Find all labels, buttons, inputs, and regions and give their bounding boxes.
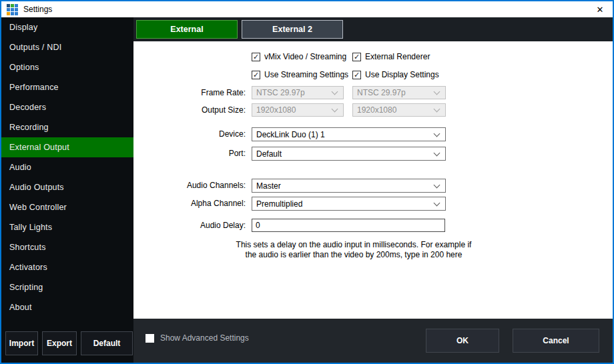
frame-rate-select-1: NTSC 29.97p xyxy=(252,86,344,99)
device-select[interactable]: DeckLink Duo (1) 1 xyxy=(252,127,446,141)
close-icon[interactable]: ✕ xyxy=(591,2,609,17)
device-label: Device: xyxy=(133,129,246,139)
external-output-panel: ✓ vMix Video / Streaming ✓ External Rend… xyxy=(133,41,613,319)
check-icon: ✓ xyxy=(354,71,360,79)
alpha-channel-label: Alpha Channel: xyxy=(133,199,246,208)
check-icon: ✓ xyxy=(253,53,259,61)
chevron-down-icon xyxy=(434,181,440,188)
footer-bar: Show Advanced Settings OK Cancel xyxy=(133,319,613,363)
import-button[interactable]: Import xyxy=(5,331,38,355)
ok-button[interactable]: OK xyxy=(426,329,499,353)
chevron-down-icon xyxy=(332,89,338,95)
chevron-down-icon xyxy=(434,130,440,137)
check-icon: ✓ xyxy=(253,71,259,79)
logo-cell xyxy=(7,12,10,15)
logo-cell xyxy=(11,4,14,7)
tab-external-2[interactable]: External 2 xyxy=(242,20,343,39)
select-value: DeckLink Duo (1) 1 xyxy=(256,130,325,139)
checkbox-icon: ✓ xyxy=(352,71,361,79)
sidebar-item-audio[interactable]: Audio xyxy=(1,157,133,177)
cancel-button[interactable]: Cancel xyxy=(513,329,599,353)
default-button[interactable]: Default xyxy=(81,331,133,355)
sidebar-item-activators[interactable]: Activators xyxy=(1,257,133,277)
output-size-select-1: 1920x1080 xyxy=(252,103,344,117)
audio-delay-label: Audio Delay: xyxy=(133,221,246,230)
sidebar-item-audio-outputs[interactable]: Audio Outputs xyxy=(1,177,133,197)
output-size-label: Output Size: xyxy=(133,105,246,115)
sidebar-buttons: Import Export Default xyxy=(5,331,133,355)
select-value: Default xyxy=(256,149,282,159)
help-line-2: the audio is earlier than the video by 2… xyxy=(234,250,474,260)
checkbox-icon: ✓ xyxy=(252,53,260,61)
chevron-down-icon xyxy=(434,149,440,156)
frame-rate-select-2: NTSC 29.97p xyxy=(352,86,446,99)
logo-cell xyxy=(15,12,18,15)
sidebar-item-scripting[interactable]: Scripting xyxy=(1,277,133,297)
sidebar-item-options[interactable]: Options xyxy=(1,57,133,77)
frame-rate-label: Frame Rate: xyxy=(133,88,246,97)
window-title: Settings xyxy=(23,5,52,14)
checkbox-label: Use Display Settings xyxy=(365,70,439,79)
settings-window: Settings ✕ Display Outputs / NDI Options… xyxy=(0,0,614,364)
sidebar-item-decoders[interactable]: Decoders xyxy=(1,97,133,117)
checkbox-label: Use Streaming Settings xyxy=(264,70,348,79)
sidebar-item-outputs-ndi[interactable]: Outputs / NDI xyxy=(1,37,133,57)
sidebar-item-shortcuts[interactable]: Shortcuts xyxy=(1,237,133,257)
checkbox-label: Show Advanced Settings xyxy=(160,333,249,343)
select-value: NTSC 29.97p xyxy=(256,88,305,97)
logo-cell xyxy=(7,8,10,11)
checkbox-icon xyxy=(145,334,154,343)
logo-cell xyxy=(7,4,10,7)
tab-external[interactable]: External xyxy=(136,20,238,39)
tab-strip: External External 2 xyxy=(133,17,613,41)
external-renderer-checkbox[interactable]: ✓ External Renderer xyxy=(352,52,430,61)
check-icon: ✓ xyxy=(354,53,360,61)
audio-channels-select[interactable]: Master xyxy=(252,179,446,193)
checkbox-label: vMix Video / Streaming xyxy=(264,52,346,61)
port-select[interactable]: Default xyxy=(252,147,446,161)
select-value: Master xyxy=(256,181,281,191)
logo-cell xyxy=(15,8,18,11)
chevron-down-icon xyxy=(434,106,440,113)
export-button[interactable]: Export xyxy=(42,331,77,355)
audio-delay-input[interactable] xyxy=(252,219,445,232)
logo-cell xyxy=(15,4,18,7)
select-value: 1920x1080 xyxy=(357,105,396,115)
chevron-down-icon xyxy=(434,199,440,206)
chevron-down-icon xyxy=(332,106,338,113)
sidebar-item-about[interactable]: About xyxy=(1,297,133,317)
vmix-video-streaming-checkbox[interactable]: ✓ vMix Video / Streaming xyxy=(252,52,346,61)
select-value: 1920x1080 xyxy=(256,105,296,115)
alpha-channel-select[interactable]: Premultiplied xyxy=(252,197,446,211)
checkbox-icon: ✓ xyxy=(352,53,361,61)
sidebar-item-external-output[interactable]: External Output xyxy=(1,137,133,157)
checkbox-label: External Renderer xyxy=(365,52,430,61)
logo-cell xyxy=(11,12,14,15)
vmix-logo-icon xyxy=(7,4,18,15)
select-value: NTSC 29.97p xyxy=(357,88,406,97)
sidebar-item-recording[interactable]: Recording xyxy=(1,117,133,137)
settings-sidebar: Display Outputs / NDI Options Performanc… xyxy=(1,17,133,363)
chevron-down-icon xyxy=(434,89,440,95)
title-bar: Settings ✕ xyxy=(1,1,613,17)
use-streaming-settings-checkbox[interactable]: ✓ Use Streaming Settings xyxy=(252,70,348,79)
logo-cell xyxy=(11,8,14,11)
port-label: Port: xyxy=(133,149,246,158)
audio-delay-help-text: This sets a delay on the audio input in … xyxy=(234,240,474,260)
use-display-settings-checkbox[interactable]: ✓ Use Display Settings xyxy=(352,70,439,79)
help-line-1: This sets a delay on the audio input in … xyxy=(234,240,474,250)
select-value: Premultiplied xyxy=(256,199,302,209)
sidebar-item-web-controller[interactable]: Web Controller xyxy=(1,197,133,217)
sidebar-item-tally-lights[interactable]: Tally Lights xyxy=(1,217,133,237)
sidebar-item-performance[interactable]: Performance xyxy=(1,77,133,97)
output-size-select-2: 1920x1080 xyxy=(352,103,446,117)
checkbox-icon: ✓ xyxy=(252,71,260,79)
audio-channels-label: Audio Channels: xyxy=(133,181,246,190)
show-advanced-settings-checkbox[interactable]: Show Advanced Settings xyxy=(145,333,249,343)
sidebar-item-display[interactable]: Display xyxy=(1,17,133,37)
